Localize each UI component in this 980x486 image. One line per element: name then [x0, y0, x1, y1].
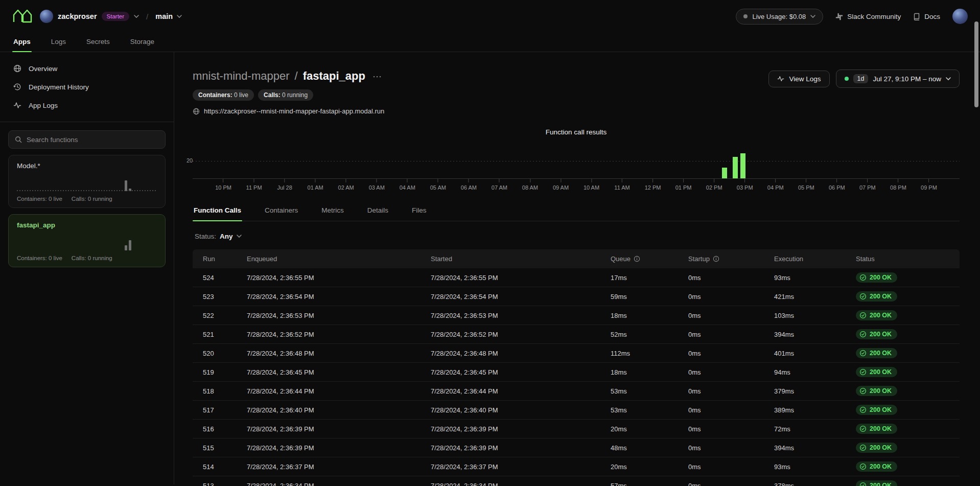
breadcrumb-app-name[interactable]: mnist-mind-mapper [193, 70, 290, 83]
x-tick: 06 PM [829, 179, 845, 191]
cell-startup: 0ms [678, 368, 764, 376]
more-options-icon[interactable]: ⋯ [370, 71, 382, 82]
cell-run: 519 [193, 368, 237, 376]
check-circle-icon [859, 368, 867, 376]
nav-tab-logs[interactable]: Logs [50, 33, 67, 52]
tab-details[interactable]: Details [366, 202, 389, 221]
table-row[interactable]: 5207/28/2024, 2:36:48 PM7/28/2024, 2:36:… [193, 344, 960, 363]
cell-run: 514 [193, 463, 237, 471]
nav-tab-apps[interactable]: Apps [12, 33, 32, 52]
environment-switcher[interactable]: main [155, 12, 182, 20]
status-badge: 200 OK [856, 386, 897, 396]
cell-status: 200 OK [846, 310, 960, 320]
x-tick: 09 AM [553, 179, 569, 191]
user-avatar[interactable] [952, 9, 968, 24]
x-tick: 12 PM [645, 179, 661, 191]
view-logs-button[interactable]: View Logs [768, 71, 829, 87]
vertical-scrollbar[interactable] [974, 21, 978, 107]
table-row[interactable]: 5227/28/2024, 2:36:53 PM7/28/2024, 2:36:… [193, 306, 960, 325]
tab-function-calls[interactable]: Function Calls [193, 202, 242, 221]
status-badge: 200 OK [856, 443, 897, 453]
cell-enqueued: 7/28/2024, 2:36:53 PM [237, 312, 421, 319]
x-tick: 01 AM [308, 179, 323, 191]
tick-label: 02 PM [706, 184, 722, 191]
table-row[interactable]: 5137/28/2024, 2:36:34 PM7/28/2024, 2:36:… [193, 476, 960, 486]
sidebar-item-deployment-history[interactable]: Deployment History [0, 78, 174, 96]
info-icon[interactable] [634, 256, 640, 262]
search-input[interactable] [27, 136, 159, 144]
environment-name: main [155, 12, 173, 20]
slack-community-link[interactable]: Slack Community [835, 13, 901, 20]
tick-mark [591, 179, 592, 182]
nav-tab-secrets[interactable]: Secrets [85, 33, 111, 52]
book-icon [913, 13, 920, 20]
live-usage-button[interactable]: Live Usage: $0.08 [736, 9, 823, 25]
table-row[interactable]: 5237/28/2024, 2:36:54 PM7/28/2024, 2:36:… [193, 287, 960, 306]
modal-logo[interactable] [12, 9, 33, 24]
tab-files[interactable]: Files [411, 202, 428, 221]
docs-link[interactable]: Docs [913, 13, 940, 20]
cell-enqueued: 7/28/2024, 2:36:44 PM [237, 387, 421, 395]
table-row[interactable]: 5187/28/2024, 2:36:44 PM7/28/2024, 2:36:… [193, 382, 960, 401]
workspace-name: zackproser [58, 12, 97, 20]
view-logs-label: View Logs [789, 75, 821, 83]
cell-enqueued: 7/28/2024, 2:36:55 PM [237, 274, 421, 282]
app-url-link[interactable]: https://zackproser--mnist-mind-mapper-fa… [193, 107, 384, 115]
tick-label: 02 AM [338, 184, 354, 191]
history-icon [13, 83, 21, 91]
cell-startup: 0ms [678, 350, 764, 357]
function-card-fastapi-app[interactable]: fastapi_appContainers: 0 liveCalls: 0 ru… [8, 214, 166, 267]
nav-tab-storage[interactable]: Storage [129, 33, 155, 52]
workspace-switcher[interactable]: zackproser Starter [40, 10, 139, 23]
table-row[interactable]: 5157/28/2024, 2:36:39 PM7/28/2024, 2:36:… [193, 438, 960, 457]
cell-run: 523 [193, 293, 237, 300]
table-row[interactable]: 5197/28/2024, 2:36:45 PM7/28/2024, 2:36:… [193, 363, 960, 382]
sidebar-item-overview[interactable]: Overview [0, 59, 174, 78]
cell-run: 524 [193, 274, 237, 282]
cell-queue: 20ms [600, 425, 678, 433]
table-row[interactable]: 5247/28/2024, 2:36:55 PM7/28/2024, 2:36:… [193, 268, 960, 287]
cell-started: 7/28/2024, 2:36:53 PM [421, 312, 600, 319]
pulse-icon [13, 101, 21, 109]
tab-metrics[interactable]: Metrics [320, 202, 345, 221]
time-range-selector[interactable]: 1d Jul 27, 9:10 PM – now [836, 70, 960, 88]
x-tick: 02 AM [338, 179, 354, 191]
table-row[interactable]: 5167/28/2024, 2:36:39 PM7/28/2024, 2:36:… [193, 420, 960, 438]
tick-mark [928, 179, 929, 182]
function-card-name: Model.* [17, 162, 157, 170]
x-tick: 07 PM [859, 179, 876, 191]
table-row[interactable]: 5147/28/2024, 2:36:37 PM7/28/2024, 2:36:… [193, 457, 960, 476]
live-dot-icon [845, 77, 849, 81]
status-text: 200 OK [870, 331, 892, 338]
status-text: 200 OK [870, 444, 892, 451]
workspace-avatar [40, 10, 53, 23]
function-card-model-[interactable]: Model.*Containers: 0 liveCalls: 0 runnin… [8, 155, 166, 208]
sidebar-item-app-logs[interactable]: App Logs [0, 96, 174, 114]
containers-badge: Containers: 0 live [193, 89, 254, 101]
tick-mark [407, 179, 408, 182]
cell-startup: 0ms [678, 331, 764, 338]
chevron-down-icon [810, 15, 815, 18]
cell-queue: 53ms [600, 387, 678, 395]
table-row[interactable]: 5217/28/2024, 2:36:52 PM7/28/2024, 2:36:… [193, 325, 960, 344]
sparkline-bar [129, 240, 131, 250]
tick-label: Jul 28 [277, 184, 292, 191]
status-filter-dropdown[interactable]: Status: Any [195, 233, 960, 240]
function-calls-table: RunEnqueuedStartedQueueStartupExecutionS… [193, 249, 960, 486]
primary-nav: AppsLogsSecretsStorage [0, 33, 980, 52]
tab-containers[interactable]: Containers [264, 202, 299, 221]
chart-title: Function call results [193, 128, 960, 136]
cell-startup: 0ms [678, 425, 764, 433]
status-badge: 200 OK [856, 424, 897, 434]
cell-status: 200 OK [846, 405, 960, 415]
sparkline-bar [129, 189, 131, 191]
check-circle-icon [859, 312, 867, 319]
info-icon[interactable] [713, 256, 719, 262]
cell-execution: 389ms [764, 406, 846, 414]
tick-label: 06 PM [829, 184, 845, 191]
table-row[interactable]: 5177/28/2024, 2:36:40 PM7/28/2024, 2:36:… [193, 401, 960, 420]
tick-label: 09 AM [553, 184, 569, 191]
status-badge: 200 OK [856, 405, 897, 415]
cell-status: 200 OK [846, 480, 960, 486]
cell-run: 516 [193, 425, 237, 433]
